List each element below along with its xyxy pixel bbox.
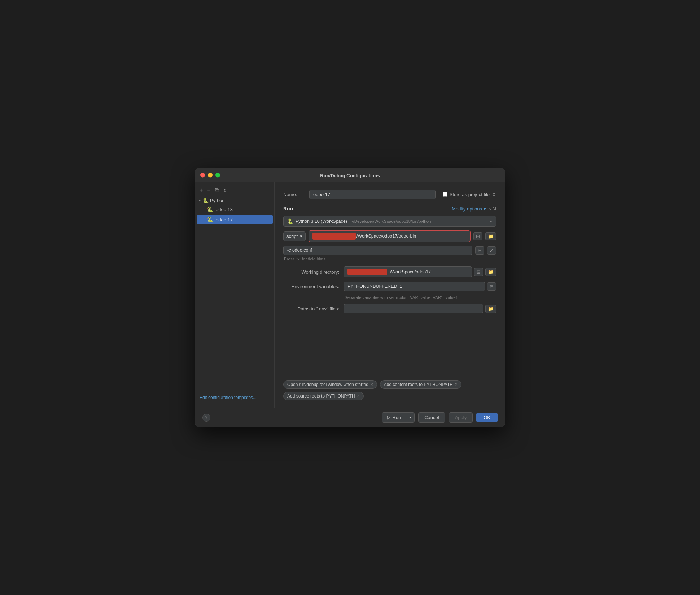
odoo18-icon: 🐍 [207,206,214,213]
sidebar-footer: Edit configuration templates... [195,391,274,405]
name-row: Name: Store as project file ⚙ [283,190,496,199]
footer-right: ▷ Run ▾ Cancel Apply OK [382,412,498,423]
edit-templates-link[interactable]: Edit configuration templates... [200,395,257,400]
modify-options-container: Modify options ▾ ⌥M [452,206,496,212]
script-path-input[interactable]: /WorkSpace/odoo17/odoo-bin [309,230,471,242]
script-type-label: script [286,234,298,239]
env-vars-input[interactable] [344,282,485,291]
run-debug-dialog: Run/Debug Configurations + − ⧉ ↕ ▼ 🐍 Pyt… [195,168,505,427]
sidebar-group-python[interactable]: ▼ 🐍 Python [195,197,274,204]
env-vars-browse-button[interactable]: ⊟ [487,282,496,291]
move-config-button[interactable]: ↕ [222,187,228,194]
params-input[interactable] [283,246,472,255]
run-button-group: ▷ Run ▾ [382,412,415,423]
tag-source-roots: Add source roots to PYTHONPATH × [283,392,364,400]
maximize-button[interactable] [215,173,220,177]
run-section-header: Run Modify options ▾ ⌥M [283,206,496,212]
run-button[interactable]: ▷ Run [382,413,406,422]
odoo17-icon: 🐍 [207,216,214,223]
title-bar: Run/Debug Configurations [195,168,505,182]
interpreter-chevron-icon: ▾ [490,219,492,224]
play-icon: ▷ [387,415,390,420]
working-dir-browse-folder-button[interactable]: 📁 [485,268,496,276]
modify-options-shortcut: ⌥M [487,206,496,211]
working-dir-browse-file-button[interactable]: ⊟ [474,268,483,276]
working-dir-label: Working directory: [283,269,339,275]
script-browse-folder-button[interactable]: 📁 [485,232,496,240]
params-row: ⊟ ⤢ [283,246,496,255]
tag-content-roots: Add content roots to PYTHONPATH × [380,380,461,389]
sidebar: + − ⧉ ↕ ▼ 🐍 Python 🐍 odoo 18 🐍 odoo 17 E… [195,182,275,408]
tag-label-debug-window: Open run/debug tool window when started [287,382,368,387]
dotenv-label: Paths to ".env" files: [283,306,339,312]
tag-close-debug-window[interactable]: × [371,382,373,387]
ok-button[interactable]: OK [476,413,498,422]
working-dir-redacted [347,269,387,275]
tag-label-content-roots: Add content roots to PYTHONPATH [384,382,453,387]
tags-section: Open run/debug tool window when started … [283,373,496,400]
tag-label-source-roots: Add source roots to PYTHONPATH [287,394,355,399]
python-group-icon: 🐍 [203,198,209,203]
group-arrow-icon: ▼ [198,199,201,203]
add-config-button[interactable]: + [198,187,204,194]
dialog-title: Run/Debug Configurations [320,173,380,178]
sidebar-toolbar: + − ⧉ ↕ [195,185,274,197]
gear-icon[interactable]: ⚙ [492,192,496,197]
main-content: Name: Store as project file ⚙ Run Modify… [275,182,505,408]
env-vars-hint: Separate variables with semicolon: VAR=v… [283,295,496,300]
name-input[interactable] [309,190,436,199]
run-button-label: Run [392,415,401,420]
run-section-label: Run [283,206,293,212]
working-dir-text: /WorkSpace/odoo17 [390,269,431,274]
sidebar-item-label-odoo17: odoo 17 [216,217,233,222]
tag-close-content-roots[interactable]: × [455,382,458,387]
dotenv-input[interactable] [344,304,483,313]
footer-left: ? [202,414,210,422]
sidebar-item-odoo17[interactable]: 🐍 odoo 17 [197,215,273,224]
dotenv-browse-button[interactable]: 📁 [485,305,496,313]
remove-config-button[interactable]: − [206,187,212,194]
script-browse-file-button[interactable]: ⊟ [473,232,482,240]
window-controls [200,173,220,177]
help-button[interactable]: ? [202,414,210,422]
params-fullscreen-button[interactable]: ⤢ [487,246,496,255]
chevron-down-icon: ▾ [484,206,486,212]
working-dir-input-container: /WorkSpace/odoo17 ⊟ 📁 [344,266,496,277]
tag-open-debug-window: Open run/debug tool window when started … [283,380,377,389]
interpreter-path: ~/Developer/WorkSpace/odoo18/bin/python [351,219,431,223]
params-expand-button[interactable]: ⊟ [475,246,484,255]
group-label: Python [210,198,224,203]
cancel-button[interactable]: Cancel [418,412,445,423]
copy-config-button[interactable]: ⧉ [214,187,220,194]
minimize-button[interactable] [208,173,213,177]
script-type-chevron-icon: ▾ [300,234,302,239]
sidebar-item-label-odoo18: odoo 18 [216,207,233,212]
sidebar-item-odoo18[interactable]: 🐍 odoo 18 [197,205,273,214]
python-icon: 🐍 [287,218,293,224]
env-vars-row: Environment variables: ⊟ [283,282,496,291]
run-dropdown-button[interactable]: ▾ [406,413,414,422]
interpreter-left: 🐍 Python 3.10 (WorkSpace) ~/Developer/Wo… [287,218,431,224]
close-button[interactable] [200,173,205,177]
working-dir-row: Working directory: /WorkSpace/odoo17 ⊟ 📁 [283,266,496,277]
interpreter-dropdown[interactable]: 🐍 Python 3.10 (WorkSpace) ~/Developer/Wo… [283,216,496,227]
name-label: Name: [283,192,305,197]
script-path-text: /WorkSpace/odoo17/odoo-bin [356,234,416,239]
modify-options-label: Modify options [452,206,482,212]
dialog-body: + − ⧉ ↕ ▼ 🐍 Python 🐍 odoo 18 🐍 odoo 17 E… [195,182,505,408]
dialog-footer: ? ▷ Run ▾ Cancel Apply OK [195,408,505,427]
working-dir-input[interactable]: /WorkSpace/odoo17 [344,266,472,277]
store-as-project-checkbox[interactable] [443,192,447,197]
store-as-project-label: Store as project file [450,192,490,197]
apply-button[interactable]: Apply [449,412,473,423]
env-vars-label: Environment variables: [283,284,339,289]
interpreter-label: Python 3.10 (WorkSpace) [296,219,347,224]
store-project-row: Store as project file ⚙ [443,192,496,197]
env-vars-input-container: ⊟ [344,282,496,291]
tag-close-source-roots[interactable]: × [357,394,360,398]
modify-options-button[interactable]: Modify options ▾ ⌥M [452,206,496,212]
script-row: script ▾ /WorkSpace/odoo17/odoo-bin ⊟ 📁 [283,230,496,242]
dotenv-row: Paths to ".env" files: 📁 [283,304,496,313]
script-type-dropdown[interactable]: script ▾ [283,231,306,241]
script-path-redacted [312,233,356,240]
